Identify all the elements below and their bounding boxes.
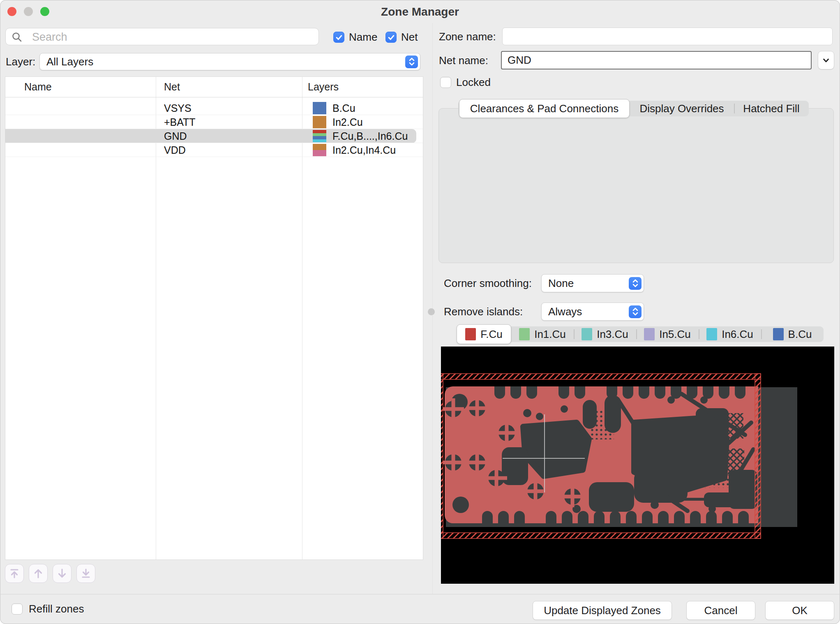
col-header-name[interactable]: Name (24, 77, 52, 97)
locked-checkbox[interactable] (440, 77, 451, 88)
layer-tab-in1cu[interactable]: In1.Cu (511, 326, 574, 342)
dropdown-stepper-icon (629, 277, 642, 290)
layer-tab-in5cu[interactable]: In5.Cu (636, 326, 699, 342)
remove-islands-value: Always (548, 305, 582, 318)
move-down-button[interactable] (53, 564, 72, 583)
zone-name-label: Zone name: (439, 31, 496, 42)
pcb-preview (441, 347, 834, 584)
layer-swatch (313, 102, 326, 114)
zone-name-input[interactable] (502, 28, 833, 45)
table-row[interactable]: VSYS B.Cu (5, 101, 423, 115)
filter-net-checkbox[interactable] (385, 32, 397, 43)
zone-manager-dialog: Zone Manager Name Net Layer: All Layers … (0, 0, 840, 624)
zones-table: Name Net Layers VSYS B.Cu +BATT In2.Cu G (5, 76, 423, 560)
remove-islands-label: Remove islands: (444, 306, 523, 317)
zone-net-cell: +BATT (164, 115, 196, 129)
corner-smoothing-dropdown[interactable]: None (541, 274, 644, 292)
filter-net-label: Net (401, 32, 418, 43)
search-input[interactable] (31, 28, 312, 46)
zone-layers-cell: In2.Cu,In4.Cu (332, 143, 396, 157)
search-icon (12, 32, 23, 43)
layer-color-swatch (519, 328, 530, 340)
dropdown-stepper-icon (405, 55, 418, 68)
chevron-down-icon (822, 56, 831, 65)
table-row[interactable]: +BATT In2.Cu (5, 115, 423, 129)
layer-tab-label: In5.Cu (659, 328, 691, 341)
col-header-net[interactable]: Net (164, 77, 180, 97)
filter-name-checkbox[interactable] (333, 32, 344, 43)
layer-filter-dropdown[interactable]: All Layers (39, 53, 420, 70)
layer-filter-value: All Layers (46, 55, 93, 68)
splitter-handle[interactable] (428, 308, 435, 315)
update-displayed-zones-button[interactable]: Update Displayed Zones (533, 601, 672, 620)
zone-net-cell: VDD (164, 143, 186, 157)
table-row[interactable]: VDD In2.Cu,In4.Cu (5, 143, 423, 157)
table-row-selected[interactable]: GND F.Cu,B....,In6.Cu (5, 129, 423, 143)
remove-islands-dropdown[interactable]: Always (541, 303, 644, 321)
window-title: Zone Manager (0, 0, 840, 23)
ok-button[interactable]: OK (765, 601, 834, 620)
zone-layers-cell: B.Cu (332, 101, 355, 115)
zone-layers-cell: In2.Cu (332, 115, 363, 129)
layer-color-swatch (465, 328, 476, 340)
clearances-panel (438, 108, 834, 263)
settings-tabs: Clearances & Pad Connections Display Ove… (458, 101, 809, 116)
dropdown-stepper-icon (629, 305, 642, 318)
layer-swatch (313, 130, 326, 142)
refill-zones-checkbox[interactable] (12, 603, 23, 615)
zone-preview-canvas[interactable] (441, 347, 834, 584)
footer-divider (0, 594, 840, 594)
layer-color-swatch (773, 328, 784, 340)
layer-tab-fcu[interactable]: F.Cu (457, 324, 511, 344)
filter-name-label: Name (349, 32, 377, 43)
net-name-label: Net name: (439, 55, 488, 66)
col-header-layers[interactable]: Layers (308, 77, 339, 97)
corner-smoothing-label: Corner smoothing: (444, 277, 532, 289)
tab-clearances-pad-connections[interactable]: Clearances & Pad Connections (459, 99, 630, 118)
refill-zones-label: Refill zones (29, 603, 84, 615)
layer-color-swatch (644, 328, 655, 340)
zone-layers-cell: F.Cu,B....,In6.Cu (332, 129, 408, 143)
layer-tab-label: In6.Cu (722, 328, 753, 341)
tab-display-overrides[interactable]: Display Overrides (630, 101, 734, 116)
locked-label: Locked (456, 77, 491, 88)
layer-tab-label: B.Cu (788, 328, 812, 341)
layer-filter-label: Layer: (6, 56, 35, 67)
layer-tab-bcu[interactable]: B.Cu (761, 326, 824, 342)
corner-smoothing-value: None (548, 277, 574, 290)
move-up-button[interactable] (29, 564, 48, 583)
cancel-button[interactable]: Cancel (686, 601, 755, 620)
preview-layer-tabs: F.Cu In1.Cu In3.Cu In5.Cu In6.Cu B.Cu (457, 326, 824, 342)
move-to-bottom-button[interactable] (76, 564, 95, 583)
search-field[interactable] (5, 28, 319, 45)
layer-color-swatch (582, 328, 592, 340)
net-name-dropdown-button[interactable] (818, 51, 834, 69)
move-to-top-button[interactable] (5, 564, 24, 583)
layer-tab-in3cu[interactable]: In3.Cu (574, 326, 636, 342)
title-bar[interactable]: Zone Manager (0, 0, 840, 23)
layer-tab-label: F.Cu (480, 328, 502, 341)
layer-tab-label: In1.Cu (534, 328, 566, 341)
layer-tab-in6cu[interactable]: In6.Cu (699, 326, 761, 342)
tab-hatched-fill[interactable]: Hatched Fill (734, 101, 809, 116)
layer-swatch (313, 116, 326, 128)
layer-tab-label: In3.Cu (597, 328, 628, 341)
layer-color-swatch (706, 328, 717, 340)
table-rows: VSYS B.Cu +BATT In2.Cu GND F.Cu,B....,In… (5, 97, 423, 157)
zone-net-cell: VSYS (164, 101, 192, 115)
net-name-input[interactable] (501, 51, 812, 69)
layer-swatch (313, 144, 326, 156)
table-header: Name Net Layers (5, 77, 423, 97)
zone-net-cell: GND (164, 129, 187, 143)
